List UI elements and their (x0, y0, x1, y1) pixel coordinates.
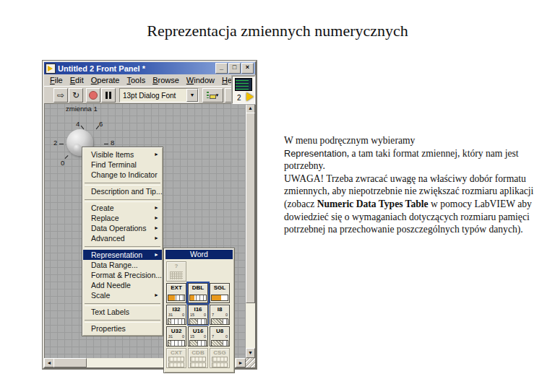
menu-item-advanced[interactable]: Advanced ► (83, 233, 162, 243)
float-bar-icon (168, 295, 185, 301)
type-icon-sgl[interactable]: SGL (210, 283, 230, 303)
menubar-item-edit[interactable]: Edit (66, 75, 87, 85)
menu-item-label: Find Terminal (91, 160, 137, 169)
type-icon-u8[interactable]: U8 70 (210, 326, 230, 347)
page-title: Reprezentacja zmiennych numerycznych (0, 22, 555, 40)
float-bar-icon (189, 295, 207, 301)
submenu-arrow-icon: ► (154, 223, 159, 233)
paragraph-1: W menu podręcznym wybieramy Representati… (284, 134, 540, 173)
distribute-objects-dropdown[interactable] (225, 88, 232, 103)
horizontal-scroll-thumb[interactable] (53, 358, 87, 367)
menu-item-find-terminal[interactable]: Find Terminal (83, 160, 162, 170)
menu-item-label: Text Labels (91, 308, 129, 316)
int-bar-icon (189, 318, 207, 325)
complex-bar-icon (168, 357, 184, 362)
menu-item-label: Data Range... (91, 261, 138, 269)
knob-tick (59, 144, 64, 144)
scroll-left-button[interactable]: ◄ (44, 358, 54, 367)
menu-item-label: Data Operations (91, 224, 146, 232)
menu-item-label: Change to Indicator (91, 170, 158, 179)
menu-item-label: Properties (91, 324, 126, 333)
menu-item-label: Replace (91, 214, 119, 222)
menu-item-add-needle[interactable]: Add Needle (83, 280, 162, 290)
align-objects-dropdown[interactable]: ▼ (202, 88, 223, 103)
type-icon-unknown[interactable]: ? (166, 261, 186, 282)
menu-item-properties[interactable]: Properties (83, 323, 162, 334)
run-button[interactable]: ⇨ (53, 88, 68, 103)
font-dropdown-button[interactable]: ▼ (186, 89, 198, 102)
menu-item-replace[interactable]: Replace ► (83, 213, 162, 223)
type-icon-i16[interactable]: I16 150 (188, 305, 208, 325)
submenu-header: Word (165, 250, 233, 259)
text-segment-bold: Numeric Data Types Table (317, 199, 429, 209)
menu-item-label: Advanced (91, 234, 125, 243)
menu-item-format-precision[interactable]: Format & Precision... (83, 270, 162, 280)
complex-bar-icon (190, 362, 206, 367)
font-selector[interactable]: 13pt Dialog Font ▼ (119, 88, 199, 103)
close-button[interactable]: × (241, 63, 254, 74)
scroll-up-button[interactable]: ▲ (246, 103, 255, 113)
menu-item-data-operations[interactable]: Data Operations ► (83, 223, 162, 233)
type-icon-dbl[interactable]: DBL (188, 283, 208, 303)
run-continuous-button[interactable]: ↻ (69, 88, 83, 103)
maximize-button[interactable]: □ (228, 63, 241, 74)
menu-item-visible-items[interactable]: Visible Items ► (83, 149, 162, 160)
run-continuous-icon: ↻ (72, 90, 79, 100)
scroll-right-button[interactable]: ► (236, 358, 246, 367)
menu-item-description-and-tip[interactable]: Description and Tip... (83, 186, 162, 196)
type-icon-ext[interactable]: EXT (166, 283, 186, 303)
resize-grip[interactable] (246, 358, 255, 367)
menu-item-label: Representation (91, 251, 142, 259)
complex-bar-icon (168, 362, 184, 367)
menu-item-label: Scale (91, 291, 110, 300)
int-bar-icon (168, 318, 185, 325)
knob-tick (65, 155, 69, 159)
menu-item-scale[interactable]: Scale ► (83, 290, 162, 300)
type-icon-u32[interactable]: U32 310 (166, 326, 186, 347)
menu-item-label: Description and Tip... (91, 187, 163, 196)
menubar: File Edit Operate Tools Browse Window He… (44, 74, 255, 86)
run-icon: ⇨ (57, 90, 64, 100)
run-arrow-icon (246, 92, 254, 101)
type-icon-u16[interactable]: U16 150 (188, 326, 208, 347)
labview-icon (46, 64, 56, 74)
knob-label: zmienna 1 (66, 105, 98, 113)
menubar-item-tools[interactable]: Tools (123, 75, 149, 85)
menu-item-label: Create (91, 204, 114, 212)
menubar-item-browse[interactable]: Browse (149, 75, 183, 85)
type-icon-i8[interactable]: I8 70 (210, 305, 230, 325)
menubar-item-file[interactable]: File (46, 75, 66, 85)
type-icon-csg[interactable]: CSG (210, 348, 230, 368)
type-icon-cxt[interactable]: CXT (166, 348, 186, 368)
titlebar[interactable]: Untitled 2 Front Panel * _ □ × (44, 62, 255, 74)
menu-item-representation[interactable]: Representation ► (83, 250, 162, 260)
abort-icon (89, 91, 98, 100)
vertical-scroll-thumb[interactable] (246, 113, 255, 303)
minimize-button[interactable]: _ (215, 63, 228, 74)
panel-corner-icon[interactable]: 2 (232, 76, 255, 104)
knob-dimple (73, 144, 81, 152)
type-icon-i32[interactable]: I32 310 (166, 305, 186, 325)
submenu-arrow-icon: ► (154, 203, 159, 213)
type-icon-cdb[interactable]: CDB (188, 348, 208, 368)
submenu-arrow-icon: ► (154, 149, 159, 160)
menu-separator (83, 180, 162, 186)
align-objects-icon (207, 92, 215, 99)
context-menu: Visible Items ► Find Terminal Change to … (82, 147, 163, 336)
menu-item-create[interactable]: Create ► (83, 203, 162, 213)
menu-item-change-to-indicator[interactable]: Change to Indicator (83, 170, 162, 180)
menu-separator (83, 317, 162, 323)
type-grid: ? EXT DBL SGL I32 310 I16 150 I8 (164, 259, 234, 368)
scroll-down-button[interactable]: ▼ (246, 348, 255, 358)
text-block: W menu podręcznym wybieramy Representati… (284, 134, 540, 236)
knob-scale-0: 0 (61, 159, 64, 167)
pause-button[interactable] (101, 88, 116, 103)
menu-item-text-labels[interactable]: Text Labels (83, 307, 162, 317)
menubar-item-operate[interactable]: Operate (87, 75, 124, 85)
vertical-scrollbar[interactable]: ▲ ▼ (246, 103, 255, 358)
knob-scale-6: 6 (99, 120, 103, 128)
abort-button[interactable] (86, 88, 100, 103)
menu-item-label: Visible Items (91, 150, 134, 159)
menu-item-data-range[interactable]: Data Range... (83, 260, 162, 270)
menubar-item-window[interactable]: Window (183, 75, 218, 85)
